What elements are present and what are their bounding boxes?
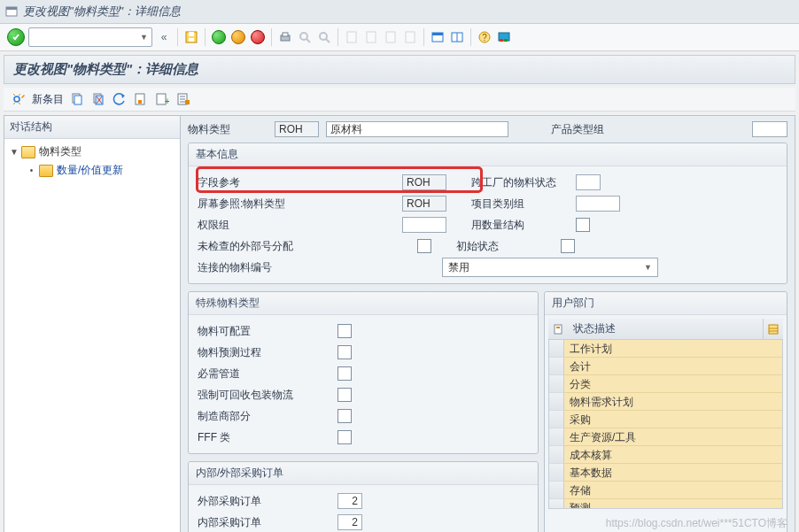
int-po-value[interactable]: 2 — [337, 514, 362, 530]
svg-text:+: + — [165, 96, 169, 106]
xplant-status-field[interactable] — [576, 174, 601, 190]
group-purchase-order: 内部/外部采购订单 外部采购订单2 内部采购订单2 — [188, 461, 539, 532]
list-item[interactable]: 采购 — [549, 411, 782, 428]
toggle-display-icon[interactable] — [11, 91, 27, 107]
material-type-label: 物料类型 — [188, 122, 268, 137]
mfr-part-label: 制造商部分 — [198, 409, 330, 424]
collapse-icon[interactable]: ▼ — [10, 147, 18, 157]
find-icon[interactable] — [297, 29, 313, 45]
svg-point-24 — [14, 96, 19, 102]
field-reference-value: ROH — [402, 174, 446, 190]
exit-icon[interactable] — [230, 29, 246, 45]
pipeline-checkbox[interactable] — [337, 366, 352, 381]
ext-no-assign-checkbox[interactable] — [417, 239, 431, 253]
customize-icon[interactable] — [496, 29, 512, 45]
returnable-checkbox[interactable] — [337, 388, 352, 402]
configurable-checkbox[interactable] — [337, 324, 352, 338]
fff-checkbox[interactable] — [337, 430, 352, 444]
svg-rect-42 — [769, 325, 778, 334]
prev-page-icon[interactable] — [363, 29, 379, 45]
list-item[interactable]: 分类 — [549, 375, 782, 393]
window-icon — [5, 5, 18, 18]
svg-rect-40 — [555, 325, 562, 334]
svg-line-10 — [326, 39, 330, 42]
auth-group-field[interactable] — [402, 217, 446, 233]
next-page-icon[interactable] — [383, 29, 399, 45]
fff-label: FFF 类 — [198, 430, 330, 445]
material-type-desc[interactable]: 原材料 — [326, 121, 508, 137]
find-next-icon[interactable] — [316, 29, 332, 45]
copy-icon[interactable] — [69, 91, 85, 107]
layout-icon[interactable] — [449, 29, 465, 45]
qty-struct-checkbox[interactable] — [576, 218, 590, 232]
new-session-icon[interactable] — [430, 29, 446, 45]
conn-matno-label: 连接的物料编号 — [198, 260, 304, 275]
tree-node-label[interactable]: 数量/价值更新 — [57, 163, 123, 178]
window-title: 更改视图"物料类型"：详细信息 — [23, 4, 181, 19]
history-toggle-icon[interactable]: « — [156, 29, 172, 45]
list-item[interactable]: 基本数据 — [549, 464, 782, 482]
svg-point-9 — [320, 33, 327, 40]
ext-po-value[interactable]: 2 — [337, 493, 362, 509]
item-cat-group-field[interactable] — [576, 196, 620, 212]
ext-po-label: 外部采购订单 — [198, 494, 330, 509]
print-icon[interactable] — [277, 29, 293, 45]
svg-rect-14 — [406, 32, 415, 42]
field-help-icon[interactable] — [175, 91, 191, 107]
init-status-label: 初始状态 — [456, 239, 554, 254]
select-all-icon[interactable] — [133, 91, 149, 107]
tree-node-qty-value[interactable]: • 数量/价值更新 — [10, 161, 175, 180]
add-row-icon[interactable]: + — [154, 91, 170, 107]
list-body: 工作计划 会计 分类 物料需求计划 采购 生产资源/工具 成本核算 基本数据 存… — [548, 340, 783, 509]
help-icon[interactable]: ? — [477, 29, 493, 45]
tree-body: ▼ 物料类型 • 数量/价值更新 — [4, 139, 180, 183]
list-item[interactable]: 生产资源/工具 — [549, 428, 782, 446]
app-toolbar: 新条目 + — [4, 88, 795, 112]
list-item[interactable]: 物料需求计划 — [549, 393, 782, 411]
conn-matno-combo[interactable]: 禁用 ▼ — [442, 258, 658, 277]
svg-rect-4 — [189, 38, 194, 42]
settings-column-icon[interactable] — [764, 319, 783, 339]
mfr-part-checkbox[interactable] — [337, 409, 352, 423]
header-row: 物料类型 ROH 原材料 产品类型组 — [188, 121, 787, 137]
screen-reference-label: 屏幕参照:物料类型 — [198, 197, 299, 212]
new-entry-button[interactable]: 新条目 — [32, 92, 64, 107]
back-icon[interactable] — [211, 29, 227, 45]
product-type-group-field[interactable] — [752, 121, 787, 137]
page-title: 更改视图"物料类型"：详细信息 — [4, 55, 795, 84]
svg-rect-12 — [367, 32, 376, 42]
list-header: 状态描述 — [548, 319, 783, 340]
select-column-icon[interactable] — [548, 319, 568, 339]
tree-node-material-type[interactable]: ▼ 物料类型 — [10, 143, 175, 161]
two-column-area: 特殊物料类型 物料可配置 物料预测过程 必需管道 强制可回收包装物流 制造商部分… — [188, 291, 787, 532]
undo-icon[interactable] — [112, 91, 128, 107]
svg-rect-23 — [504, 39, 508, 42]
list-item[interactable]: 存储 — [549, 482, 782, 499]
status-desc-header[interactable]: 状态描述 — [568, 319, 764, 339]
tree-node-label: 物料类型 — [39, 144, 81, 159]
enter-icon[interactable] — [7, 28, 25, 46]
svg-rect-39 — [185, 100, 190, 104]
sap-window: 更改视图"物料类型"：详细信息 ▼ « ? 更改视图"物料类型"：详细信息 — [0, 0, 799, 532]
last-page-icon[interactable] — [402, 29, 418, 45]
save-icon[interactable] — [183, 29, 199, 45]
form-pane: 物料类型 ROH 原材料 产品类型组 基本信息 字段参考 ROH 跨工厂的物料状… — [181, 115, 795, 532]
tree-pane: 对话结构 ▼ 物料类型 • 数量/价值更新 — [4, 115, 181, 532]
qty-struct-label: 用数量结构 — [471, 218, 569, 233]
cancel-icon[interactable] — [250, 29, 266, 45]
xplant-status-label: 跨工厂的物料状态 — [471, 175, 569, 190]
command-field[interactable]: ▼ — [28, 27, 152, 47]
list-item[interactable]: 成本核算 — [549, 446, 782, 464]
list-item[interactable]: 会计 — [549, 358, 782, 375]
first-page-icon[interactable] — [344, 29, 360, 45]
svg-rect-3 — [189, 32, 194, 36]
configurable-label: 物料可配置 — [198, 324, 330, 339]
init-status-checkbox[interactable] — [561, 239, 575, 253]
delete-icon[interactable] — [90, 91, 106, 107]
list-item[interactable]: 工作计划 — [549, 340, 782, 358]
forecast-checkbox[interactable] — [337, 345, 352, 359]
svg-rect-6 — [283, 33, 288, 36]
list-item[interactable]: 预测 — [549, 499, 782, 509]
svg-rect-13 — [386, 32, 395, 42]
group-title: 用户部门 — [545, 292, 787, 315]
